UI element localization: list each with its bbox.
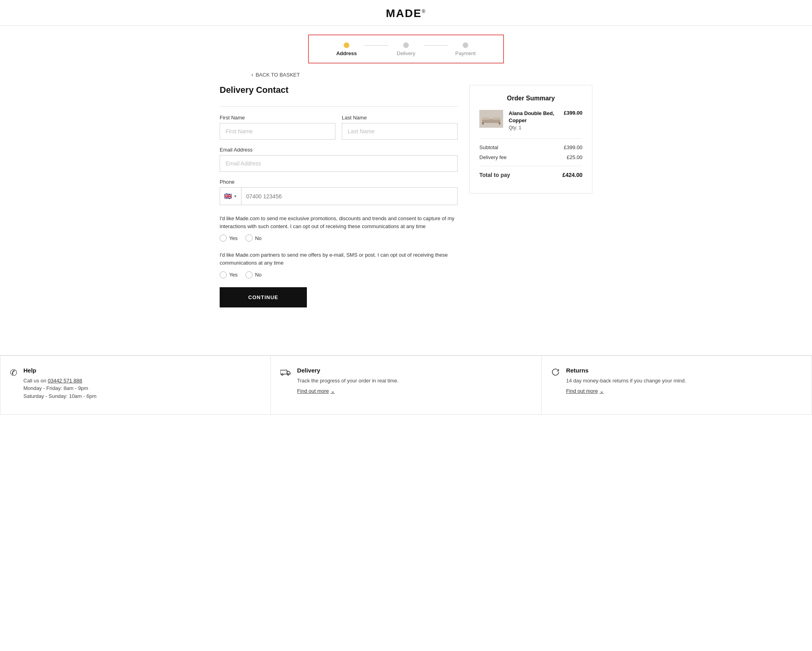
consent-1-radio-group: Yes No bbox=[220, 234, 458, 242]
help-phone[interactable]: 03442 571 888 bbox=[48, 378, 82, 384]
product-qty: Qty: 1 bbox=[509, 125, 558, 131]
step-dot-payment bbox=[463, 42, 468, 48]
first-name-input[interactable] bbox=[220, 123, 335, 140]
chevron-down-icon: ⌄ bbox=[331, 388, 335, 394]
total-label: Total to pay bbox=[479, 172, 510, 178]
consent-2-radio-group: Yes No bbox=[220, 271, 458, 278]
chevron-down-icon: ▼ bbox=[234, 194, 237, 198]
help-card: ✆ Help Call us on 03442 571 888 Monday -… bbox=[0, 355, 271, 415]
help-card-content: Help Call us on 03442 571 888 Monday - F… bbox=[23, 367, 96, 403]
email-label: Email Address bbox=[220, 147, 458, 153]
consent-block-2: I'd like Made.com partners to send me of… bbox=[220, 251, 458, 278]
delivery-fee-value: £25.00 bbox=[567, 154, 582, 160]
step-line-1 bbox=[364, 45, 388, 46]
delivery-card-content: Delivery Track the progress of your orde… bbox=[297, 367, 398, 394]
first-name-label: First Name bbox=[220, 115, 335, 121]
help-title: Help bbox=[23, 367, 96, 374]
consent-1-no-option[interactable]: No bbox=[245, 234, 262, 242]
returns-text: 14 day money-back returns if you change … bbox=[566, 377, 686, 385]
phone-label: Phone bbox=[220, 179, 458, 185]
product-name: Alana Double Bed, Copper bbox=[509, 110, 558, 124]
product-image bbox=[479, 110, 503, 128]
consent-1-yes-radio[interactable] bbox=[220, 234, 227, 242]
svg-point-6 bbox=[282, 374, 283, 375]
last-name-group: Last Name bbox=[342, 115, 458, 140]
product-price: £399.00 bbox=[564, 110, 582, 116]
delivery-find-out-more-link[interactable]: Find out more ⌄ bbox=[297, 388, 335, 394]
delivery-form-section: Delivery Contact First Name Last Name Em… bbox=[220, 85, 458, 307]
svg-rect-5 bbox=[280, 370, 287, 374]
order-summary-title: Order Summary bbox=[479, 95, 582, 102]
svg-rect-1 bbox=[482, 117, 490, 120]
total-value: £424.00 bbox=[562, 172, 582, 178]
svg-point-7 bbox=[287, 374, 289, 375]
consent-2-yes-option[interactable]: Yes bbox=[220, 271, 237, 278]
consent-2-no-option[interactable]: No bbox=[245, 271, 262, 278]
step-line-2 bbox=[424, 45, 448, 46]
site-logo: MADE® bbox=[386, 7, 426, 19]
consent-block-1: I'd like Made.com to send me exclusive p… bbox=[220, 215, 458, 242]
step-dot-delivery bbox=[403, 42, 409, 48]
returns-title: Returns bbox=[566, 367, 686, 374]
order-summary-card: Order Summary Alana Double Bed, Copper Q… bbox=[469, 85, 592, 194]
footer-cards: ✆ Help Call us on 03442 571 888 Monday -… bbox=[0, 355, 812, 415]
progress-wrapper: Address Delivery Payment bbox=[308, 35, 504, 63]
step-delivery: Delivery bbox=[388, 42, 424, 56]
subtotal-label: Subtotal bbox=[479, 144, 498, 150]
help-text: Call us on 03442 571 888 Monday - Friday… bbox=[23, 377, 96, 400]
total-row: Total to pay £424.00 bbox=[479, 172, 582, 178]
checkout-progress: Address Delivery Payment bbox=[0, 26, 812, 67]
step-address: Address bbox=[329, 42, 364, 56]
delivery-title: Delivery bbox=[297, 367, 398, 374]
truck-svg bbox=[280, 369, 291, 376]
phone-icon: ✆ bbox=[10, 368, 17, 378]
subtotal-value: £399.00 bbox=[564, 144, 582, 150]
order-summary-sidebar: Order Summary Alana Double Bed, Copper Q… bbox=[469, 85, 592, 307]
svg-rect-3 bbox=[482, 122, 484, 125]
returns-find-out-more-link[interactable]: Find out more ⌄ bbox=[566, 388, 604, 394]
step-dot-address bbox=[344, 42, 349, 48]
returns-card: Returns 14 day money-back returns if you… bbox=[542, 355, 812, 415]
back-arrow-icon: ‹ bbox=[251, 71, 253, 78]
form-title: Delivery Contact bbox=[220, 85, 458, 95]
back-to-basket-link[interactable]: ‹ BACK TO BASKET bbox=[251, 71, 592, 78]
delivery-text: Track the progress of your order in real… bbox=[297, 377, 398, 385]
step-payment: Payment bbox=[448, 42, 483, 56]
last-name-label: Last Name bbox=[342, 115, 458, 121]
last-name-input[interactable] bbox=[342, 123, 458, 140]
first-name-group: First Name bbox=[220, 115, 335, 140]
consent-2-no-radio[interactable] bbox=[245, 271, 253, 278]
consent-text-1: I'd like Made.com to send me exclusive p… bbox=[220, 215, 458, 230]
returns-card-content: Returns 14 day money-back returns if you… bbox=[566, 367, 686, 394]
continue-button[interactable]: CONTINUE bbox=[220, 287, 307, 307]
returns-icon bbox=[551, 368, 560, 379]
truck-icon bbox=[280, 368, 291, 378]
flag-icon: 🇬🇧 bbox=[224, 192, 232, 200]
email-group: Email Address bbox=[220, 147, 458, 172]
phone-wrapper: 🇬🇧 ▼ bbox=[220, 187, 458, 205]
consent-2-yes-radio[interactable] bbox=[220, 271, 227, 278]
chevron-down-icon: ⌄ bbox=[599, 388, 604, 394]
consent-text-2: I'd like Made.com partners to send me of… bbox=[220, 251, 458, 267]
phone-country-selector[interactable]: 🇬🇧 ▼ bbox=[220, 188, 241, 205]
product-info: Alana Double Bed, Copper Qty: 1 bbox=[509, 110, 558, 131]
svg-rect-4 bbox=[499, 122, 500, 125]
consent-1-yes-option[interactable]: Yes bbox=[220, 234, 237, 242]
delivery-fee-label: Delivery fee bbox=[479, 154, 507, 160]
bed-icon bbox=[481, 112, 501, 126]
step-label-delivery: Delivery bbox=[397, 50, 416, 56]
phone-input[interactable] bbox=[241, 188, 457, 204]
product-row: Alana Double Bed, Copper Qty: 1 £399.00 bbox=[479, 110, 582, 131]
consent-1-no-radio[interactable] bbox=[245, 234, 253, 242]
main-layout: Delivery Contact First Name Last Name Em… bbox=[188, 85, 624, 331]
svg-rect-2 bbox=[492, 117, 500, 120]
email-input[interactable] bbox=[220, 155, 458, 172]
phone-group: Phone 🇬🇧 ▼ bbox=[220, 179, 458, 205]
name-row: First Name Last Name bbox=[220, 115, 458, 140]
subtotal-row: Subtotal £399.00 bbox=[479, 144, 582, 150]
site-header: MADE® bbox=[0, 0, 812, 26]
step-label-address: Address bbox=[336, 50, 357, 56]
delivery-fee-row: Delivery fee £25.00 bbox=[479, 154, 582, 160]
step-label-payment: Payment bbox=[455, 50, 475, 56]
delivery-card: Delivery Track the progress of your orde… bbox=[271, 355, 541, 415]
